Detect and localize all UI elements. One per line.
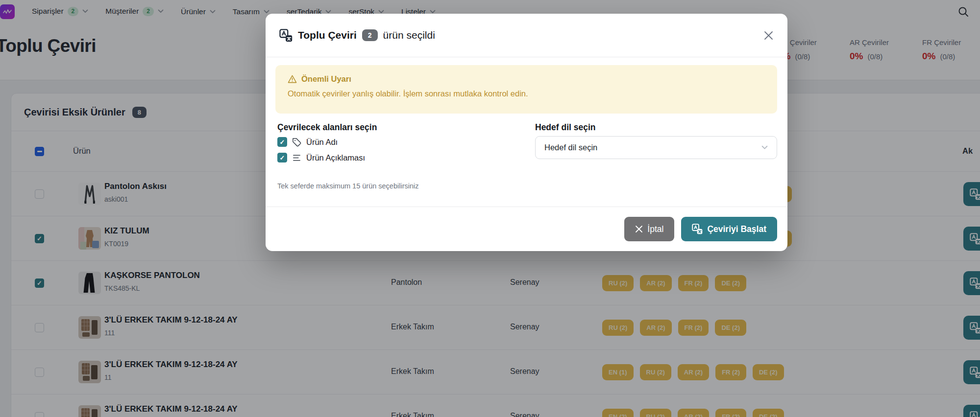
- modal-footer: İptal Çeviriyi Başlat: [266, 207, 787, 251]
- close-icon: [635, 225, 643, 233]
- field-checkbox[interactable]: [277, 137, 287, 147]
- modal-title-suffix: ürün seçildi: [383, 29, 435, 41]
- warning-banner: Önemli Uyarı Otomatik çeviriler yanlış o…: [275, 65, 777, 114]
- warning-title: Önemli Uyarı: [301, 74, 351, 84]
- target-language-select[interactable]: Hedef dil seçin: [535, 136, 777, 159]
- translate-icon: [279, 29, 293, 42]
- target-language-value: Hedef dil seçin: [544, 143, 597, 152]
- max-selection-note: Tek seferde maksimum 15 ürün seçebilirsi…: [277, 182, 419, 190]
- bulk-translate-modal: Toplu Çeviri 2 ürün seçildi Önemli Uyarı…: [266, 14, 787, 251]
- modal-title: Toplu Çeviri: [298, 29, 357, 41]
- field-option-product-name[interactable]: Ürün Adı: [277, 137, 338, 147]
- field-label: Ürün Adı: [306, 138, 338, 147]
- fields-heading: Çevrilecek alanları seçin: [277, 122, 377, 133]
- warning-icon: [288, 74, 297, 84]
- translate-icon: [692, 224, 703, 234]
- modal-header: Toplu Çeviri 2 ürün seçildi: [266, 14, 787, 57]
- target-language-heading: Hedef dil seçin: [535, 122, 596, 133]
- start-translation-button[interactable]: Çeviriyi Başlat: [681, 217, 777, 241]
- text-lines-icon: [292, 153, 301, 162]
- chevron-down-icon: [761, 145, 768, 150]
- field-label: Ürün Açıklaması: [306, 153, 365, 162]
- field-checkbox[interactable]: [277, 153, 287, 162]
- close-icon[interactable]: [763, 30, 774, 41]
- tag-icon: [292, 138, 301, 147]
- screen: Siparişler 2 Müşteriler 2 Ürünler Tasarı…: [0, 0, 980, 417]
- field-option-product-description[interactable]: Ürün Açıklaması: [277, 153, 365, 162]
- cancel-button[interactable]: İptal: [624, 217, 674, 241]
- selected-count-badge: 2: [362, 29, 378, 41]
- warning-text: Otomatik çeviriler yanlış olabilir. İşle…: [288, 89, 765, 98]
